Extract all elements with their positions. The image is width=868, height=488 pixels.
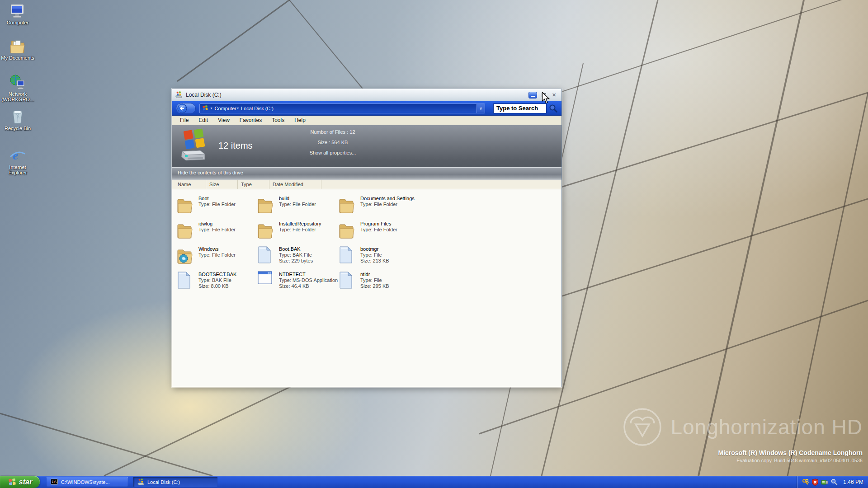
file-text: Documents and SettingsType: File Folder xyxy=(360,196,415,207)
file-tile[interactable]: InstalledRepositoryType: File Folder xyxy=(258,220,335,244)
folder-icon xyxy=(339,195,355,216)
file-tile[interactable]: Boot.BAKType: BAK FileSize: 229 bytes xyxy=(258,245,335,269)
menu-help[interactable]: Help xyxy=(289,116,311,125)
back-button[interactable] xyxy=(176,103,196,114)
file-icon xyxy=(339,271,355,292)
start-button[interactable]: star xyxy=(0,476,40,488)
file-icon xyxy=(177,271,193,292)
drive-small-icon xyxy=(137,478,145,486)
file-tile[interactable]: NTDETECTType: MS-DOS ApplicationSize: 46… xyxy=(258,271,335,294)
file-tile[interactable]: buildType: File Folder xyxy=(258,195,335,218)
file-type: Type: File Folder xyxy=(198,227,236,233)
search-icon[interactable] xyxy=(549,104,558,113)
back-arrow-icon xyxy=(177,103,187,113)
breadcrumb[interactable]: ▾Computer▾Local Disk (C:) ∨ xyxy=(199,103,485,113)
show-properties-link[interactable]: Show all properties... xyxy=(256,150,410,155)
menu-bar: FileEditViewFavoritesToolsHelp xyxy=(172,116,561,125)
taskbar-button[interactable]: Local Disk (C:) xyxy=(133,477,217,487)
breadcrumb-item[interactable]: Computer xyxy=(215,106,236,111)
column-name[interactable]: Name xyxy=(172,180,206,189)
file-tile[interactable]: BOOTSECT.BAKType: BAK FileSize: 8.00 KB xyxy=(177,271,255,294)
magnifier-icon[interactable] xyxy=(830,479,838,486)
file-type: Type: File xyxy=(360,277,389,283)
chevron-down-icon: ▾ xyxy=(211,106,212,110)
column-size[interactable]: Size xyxy=(206,180,238,189)
file-text: InstalledRepositoryType: File Folder xyxy=(279,221,321,233)
file-tile[interactable]: bootmgrType: FileSize: 213 KB xyxy=(339,245,417,269)
menu-view[interactable]: View xyxy=(213,116,235,125)
file-type: Type: File Folder xyxy=(198,252,236,258)
clock: 1:46 PM xyxy=(843,479,863,485)
card-icon[interactable] xyxy=(821,479,828,486)
taskbar-button[interactable]: C:\ C:\WINDOWS\syste... xyxy=(47,477,128,487)
ie-icon: e xyxy=(9,147,26,164)
recycle-icon xyxy=(9,108,26,125)
hide-contents-label: Hide the contents of this drive xyxy=(178,170,243,175)
desktop-icons: Computer My Documents Network (WORKGRO..… xyxy=(0,0,35,194)
address-dropdown-button[interactable]: ∨ xyxy=(476,104,485,113)
folder-icon xyxy=(339,221,355,241)
file-size: Size: 229 bytes xyxy=(279,258,313,264)
console-icon: C:\ xyxy=(50,479,58,485)
file-text: WindowsType: File Folder xyxy=(198,246,236,258)
file-text: BootType: File Folder xyxy=(198,196,236,207)
svg-text:C:\: C:\ xyxy=(52,480,57,483)
desktop-icon-mydocs[interactable]: My Documents xyxy=(0,38,35,61)
mouse-cursor xyxy=(541,92,550,104)
file-type: Type: BAK File xyxy=(279,252,313,258)
desktop-icon-label: My Documents xyxy=(0,55,35,61)
breadcrumb-items: ▾Computer▾Local Disk (C:) xyxy=(210,106,274,111)
column-type[interactable]: Type xyxy=(238,180,269,189)
close-button[interactable]: ✕ xyxy=(550,92,558,99)
column-date-modified[interactable]: Date Modified xyxy=(269,180,321,189)
desktop-icon-label: Recycle Bin xyxy=(0,126,35,131)
start-label: star xyxy=(19,478,32,486)
desktop-icon-computer[interactable]: Computer xyxy=(0,3,35,25)
titlebar[interactable]: Local Disk (C:) ✕ xyxy=(172,89,561,101)
column-filler xyxy=(321,180,561,189)
drive-stat: Size : 564 KB xyxy=(256,140,410,145)
keys-icon[interactable] xyxy=(802,479,809,486)
file-tile[interactable]: ntldrType: FileSize: 295 KB xyxy=(339,271,417,294)
file-type: Type: File Folder xyxy=(360,227,397,233)
menu-edit[interactable]: Edit xyxy=(193,116,213,125)
desktop-icon-recycle[interactable]: Recycle Bin xyxy=(0,108,35,131)
file-name: idwlog xyxy=(198,221,236,227)
drive-stat: Number of Files : 12 xyxy=(256,129,410,135)
taskbar-button-label: Local Disk (C:) xyxy=(147,479,180,485)
shield-icon[interactable] xyxy=(811,479,819,486)
file-tile[interactable]: Program FilesType: File Folder xyxy=(339,220,417,244)
explorer-window: Local Disk (C:) ✕ ▾Computer▾Local xyxy=(172,89,562,387)
file-type: Type: File xyxy=(360,252,389,258)
computer-icon xyxy=(9,3,26,19)
minimize-icon xyxy=(531,96,535,97)
menu-tools[interactable]: Tools xyxy=(267,116,289,125)
menu-file[interactable]: File xyxy=(175,116,193,125)
tray-icons xyxy=(802,479,838,486)
minimize-button[interactable] xyxy=(528,92,537,99)
file-icon xyxy=(339,246,355,267)
drive-stats: Number of Files : 12Size : 564 KB Show a… xyxy=(256,129,410,155)
file-tile[interactable]: BootType: File Folder xyxy=(177,195,255,218)
desktop-icon-network[interactable]: Network (WORKGRO... xyxy=(0,74,35,102)
window-title: Local Disk (C:) xyxy=(186,92,222,98)
start-flag-icon xyxy=(8,478,17,486)
desktop-icon-ie[interactable]: e Internet Explorer xyxy=(0,147,35,175)
file-tile[interactable]: Documents and SettingsType: File Folder xyxy=(339,195,417,218)
breadcrumb-item[interactable]: Local Disk (C:) xyxy=(241,106,274,111)
search-input[interactable] xyxy=(493,103,547,113)
file-tile[interactable]: 1o WindowsType: File Folder xyxy=(177,245,255,269)
taskbar-button-label: C:\WINDOWS\syste... xyxy=(61,479,110,485)
file-tile[interactable]: idwlogType: File Folder xyxy=(177,220,255,244)
folder-icon xyxy=(258,221,274,241)
svg-text:e: e xyxy=(13,149,18,162)
menu-favorites[interactable]: Favorites xyxy=(235,116,267,125)
drive-stat-rows: Number of Files : 12Size : 564 KB xyxy=(256,129,410,145)
item-count: 12 items xyxy=(218,141,253,151)
hide-contents-bar[interactable]: Hide the contents of this drive xyxy=(172,168,561,180)
file-name: bootmgr xyxy=(360,246,389,252)
file-text: ntldrType: FileSize: 295 KB xyxy=(360,272,389,289)
taskbar: star C:\ C:\WINDOWS\syste... Local Disk … xyxy=(0,476,868,488)
file-type: Type: File Folder xyxy=(279,202,316,207)
drive-header: 12 items Number of Files : 12Size : 564 … xyxy=(172,125,561,168)
